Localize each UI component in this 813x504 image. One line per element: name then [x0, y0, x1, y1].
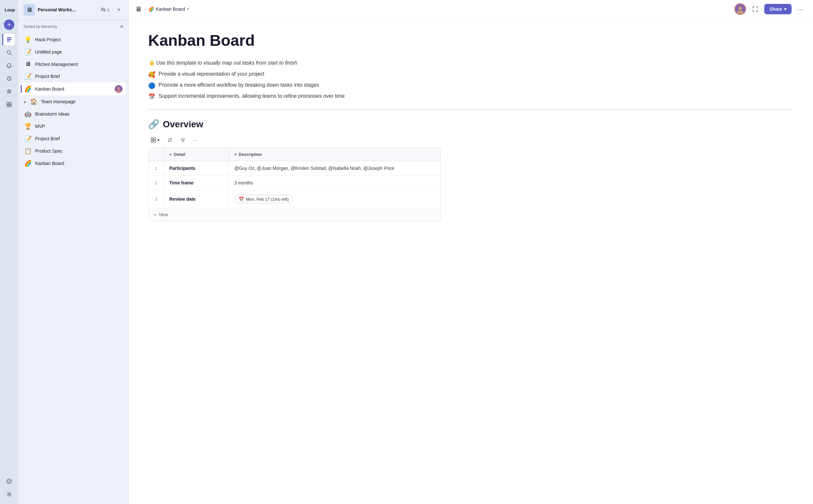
- svg-point-19: [117, 87, 120, 90]
- table-more-button[interactable]: ···: [191, 136, 200, 144]
- sidebar-item-project-brief-1[interactable]: 📝 Project Brief: [21, 70, 126, 82]
- nav-ideas[interactable]: [3, 86, 15, 97]
- sidebar-item-kanban-board[interactable]: 🌈 Kanban Board: [21, 82, 126, 95]
- table-row: 1 Participants @Guy Oz, @Juan Morgan, @K…: [148, 161, 440, 176]
- sorted-label: Sorted by hierarchy: [23, 24, 57, 29]
- sidebar-item-brainstorm[interactable]: 🤖 Brainstorm Ideas: [21, 108, 126, 120]
- svg-point-20: [739, 6, 742, 10]
- svg-rect-23: [151, 140, 153, 142]
- members-button[interactable]: 1: [98, 6, 112, 14]
- project-brief-1-icon: 📝: [24, 73, 32, 80]
- table-header-description: ≡ Description: [229, 148, 440, 161]
- table-view-button[interactable]: ▾: [148, 136, 162, 144]
- row-1-detail[interactable]: Participants: [164, 161, 229, 175]
- share-button[interactable]: Share ▾: [764, 4, 792, 14]
- sidebar-item-pitches[interactable]: 🖥 Pitches Management: [21, 58, 126, 70]
- product-spec-icon: 📋: [24, 147, 32, 155]
- breadcrumb: 🖥 › 🌈 Kanban Board ▾: [135, 6, 730, 13]
- svg-rect-11: [7, 105, 9, 107]
- bullet-3-text: Support incremental improvements, allowi…: [159, 93, 345, 99]
- sidebar-item-product-spec[interactable]: 📋 Product Spec: [21, 145, 126, 157]
- add-button[interactable]: +: [4, 19, 14, 30]
- table-sort-button[interactable]: [165, 136, 175, 144]
- page-content: Kanban Board 👆 Use this template to visu…: [129, 19, 813, 504]
- add-row-button[interactable]: + New: [148, 208, 440, 221]
- sidebar-item-project-brief-2[interactable]: 📝 Project Brief: [21, 132, 126, 145]
- nav-settings[interactable]: [3, 488, 15, 500]
- topbar: 🖥 › 🌈 Kanban Board ▾ Share ▾ ···: [129, 0, 813, 19]
- nav-search[interactable]: [3, 47, 15, 58]
- desc-col-label: Description: [239, 152, 262, 157]
- main-area: 🖥 › 🌈 Kanban Board ▾ Share ▾ ···: [129, 0, 813, 504]
- nav-ai[interactable]: [3, 475, 15, 487]
- svg-point-15: [10, 481, 11, 482]
- bullet-2-text: Promote a more efficient workflow by bre…: [159, 82, 319, 88]
- nav-recent[interactable]: [3, 73, 15, 84]
- bullet-2-emoji: 🔵: [148, 82, 155, 89]
- user-avatar[interactable]: [734, 3, 746, 15]
- row-3-description[interactable]: 📅 Mon, Feb 17 (1mo left): [229, 190, 440, 208]
- svg-rect-12: [9, 105, 11, 107]
- row-1-description[interactable]: @Guy Oz, @Juan Morgan, @Kristen Solstad,…: [229, 161, 440, 175]
- nav-notifications[interactable]: [3, 60, 15, 71]
- row-2-description[interactable]: 3 months: [229, 176, 440, 190]
- table-row: 2 Time frame 3 months: [148, 176, 440, 190]
- expand-icon: ▶: [24, 100, 27, 104]
- team-homepage-label: Team Homepage: [41, 99, 122, 104]
- nav-pages[interactable]: [2, 34, 15, 45]
- overview-table: ≡ Detail ≡ Description 1 Participants @G…: [148, 148, 441, 221]
- svg-point-14: [8, 481, 9, 482]
- sidebar-section-header: Sorted by hierarchy ≡: [18, 20, 128, 32]
- more-options-button[interactable]: ···: [795, 3, 807, 15]
- detail-col-icon: ≡: [169, 152, 172, 157]
- nav-components[interactable]: [3, 99, 15, 110]
- svg-line-7: [10, 54, 11, 55]
- breadcrumb-workspace-icon[interactable]: 🖥: [135, 6, 142, 13]
- sidebar-item-untitled-page[interactable]: 📝 Untitled page: [21, 46, 126, 58]
- desc-col-icon: ≡: [234, 152, 237, 157]
- row-3-detail[interactable]: Review date: [164, 190, 229, 208]
- brainstorm-label: Brainstorm Ideas: [35, 111, 122, 117]
- date-badge[interactable]: 📅 Mon, Feb 17 (1mo left): [234, 195, 293, 203]
- mvp-label: MVP: [35, 124, 122, 129]
- date-icon: 📅: [238, 196, 244, 202]
- intro-emoji: 👆: [148, 60, 156, 66]
- svg-point-13: [7, 479, 11, 484]
- intro-text: 👆 Use this template to visually map out …: [148, 60, 794, 66]
- bullet-2: 🔵 Promote a more efficient workflow by b…: [148, 82, 794, 89]
- breadcrumb-current-page[interactable]: 🌈 Kanban Board ▾: [148, 6, 189, 12]
- fullscreen-button[interactable]: [749, 3, 761, 15]
- content-divider: [148, 109, 794, 110]
- table-filter-button[interactable]: [178, 136, 188, 144]
- svg-rect-4: [7, 39, 11, 40]
- table-header-num: [148, 148, 164, 161]
- row-1-num: 1: [148, 161, 164, 175]
- svg-point-17: [102, 8, 103, 10]
- sidebar-item-mvp[interactable]: 🏆 MVP: [21, 120, 126, 132]
- row-2-detail[interactable]: Time frame: [164, 176, 229, 190]
- svg-point-16: [8, 494, 10, 495]
- sidebar-header: 🖥 Personal Works... 1 ×: [18, 0, 128, 20]
- sidebar-item-hack-project[interactable]: 💡 Hack Project: [21, 33, 126, 46]
- overview-emoji: 🔗: [148, 119, 159, 130]
- detail-col-label: Detail: [174, 152, 185, 157]
- svg-rect-9: [7, 102, 9, 104]
- sidebar-item-kanban-board-2[interactable]: 🌈 Kanban Board: [21, 157, 126, 170]
- close-sidebar-button[interactable]: ×: [114, 5, 123, 15]
- bullet-3-emoji: 📅: [148, 93, 155, 100]
- kanban-board-label: Kanban Board: [35, 86, 111, 92]
- sidebar-item-team-homepage[interactable]: ▶ 🏠 Team Homepage: [21, 95, 126, 108]
- table-header-row: ≡ Detail ≡ Description: [148, 148, 440, 161]
- hack-project-icon: 💡: [24, 36, 32, 43]
- table-toolbar: ▾ ···: [148, 136, 794, 144]
- svg-rect-10: [9, 102, 11, 104]
- untitled-page-icon: 📝: [24, 48, 32, 56]
- current-page-title: Kanban Board: [156, 6, 185, 12]
- bullet-1-emoji: 🥰: [148, 71, 155, 78]
- row-3-num: 3: [148, 190, 164, 208]
- svg-rect-5: [7, 41, 10, 42]
- mvp-icon: 🏆: [24, 123, 32, 130]
- overview-title: Overview: [163, 119, 203, 130]
- app-logo[interactable]: Loop: [3, 4, 15, 16]
- filter-icon[interactable]: ≡: [120, 24, 123, 30]
